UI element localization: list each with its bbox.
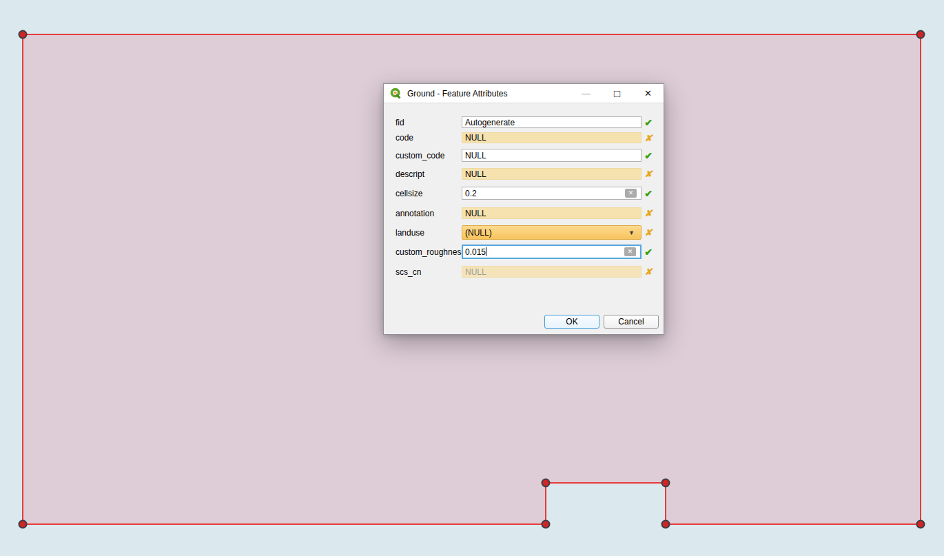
- cancel-button[interactable]: Cancel: [604, 315, 659, 329]
- constraint-invalid-icon: ✘: [642, 227, 655, 238]
- feature-attributes-dialog: Ground - Feature Attributes — □ ✕ fid Au…: [383, 83, 664, 335]
- vertex-marker: [662, 521, 670, 528]
- descript-input[interactable]: NULL: [462, 168, 642, 180]
- clear-text-icon[interactable]: ✕: [625, 189, 637, 198]
- ok-button[interactable]: OK: [544, 315, 599, 329]
- field-value: 0.015: [465, 247, 486, 257]
- text-cursor: [486, 247, 486, 256]
- vertex-marker: [662, 479, 670, 487]
- field-value: 0.2: [465, 189, 625, 198]
- form-row-custom-code: custom_code NULL ✔: [396, 149, 655, 162]
- qgis-logo-icon: [390, 87, 402, 99]
- field-label: annotation: [396, 209, 462, 218]
- constraint-invalid-icon: ✘: [642, 267, 655, 277]
- form-row-cellsize: cellsize 0.2 ✕ ✔: [396, 187, 655, 200]
- field-value: NULL: [465, 151, 639, 160]
- vertex-marker: [542, 479, 550, 487]
- code-input[interactable]: NULL: [462, 132, 642, 143]
- constraint-valid-icon: ✔: [642, 188, 655, 199]
- field-value: NULL: [465, 209, 639, 218]
- vertex-marker: [917, 521, 925, 528]
- constraint-invalid-icon: ✘: [642, 208, 655, 218]
- field-value: (NULL): [465, 228, 628, 238]
- form-row-annotation: annotation NULL ✘: [396, 207, 655, 219]
- field-label: landuse: [396, 228, 462, 238]
- vertex-marker: [917, 31, 925, 39]
- form-row-custom-roughness: custom_roughness 0.015 ✕ ✔: [396, 245, 655, 259]
- constraint-invalid-icon: ✘: [642, 169, 655, 179]
- fid-input[interactable]: Autogenerate: [462, 116, 642, 128]
- constraint-valid-icon: ✔: [642, 150, 655, 161]
- form-row-landuse: landuse (NULL) ▼ ✘: [396, 225, 655, 240]
- maximize-button[interactable]: □: [602, 84, 633, 103]
- field-label: cellsize: [396, 189, 462, 198]
- field-value: NULL: [465, 133, 639, 143]
- field-label: fid: [396, 118, 462, 127]
- dialog-title: Ground - Feature Attributes: [407, 89, 507, 98]
- vertex-marker: [542, 521, 550, 528]
- custom-code-input[interactable]: NULL: [462, 149, 642, 162]
- minimize-button[interactable]: —: [571, 84, 602, 103]
- field-label: descript: [396, 169, 462, 179]
- constraint-invalid-icon: ✘: [642, 133, 655, 143]
- custom-roughness-input[interactable]: 0.015 ✕: [462, 245, 642, 259]
- form-row-code: code NULL ✘: [396, 132, 655, 143]
- clear-text-icon[interactable]: ✕: [624, 247, 636, 256]
- form-row-scs-cn: scs_cn NULL ✘: [396, 266, 655, 278]
- field-label: code: [396, 133, 462, 143]
- form-row-descript: descript NULL ✘: [396, 168, 655, 180]
- constraint-valid-icon: ✔: [642, 247, 655, 258]
- field-label: custom_code: [396, 151, 462, 160]
- vertex-marker: [19, 521, 27, 528]
- field-value: NULL: [465, 267, 639, 277]
- field-label: custom_roughness: [396, 247, 462, 257]
- dialog-titlebar[interactable]: Ground - Feature Attributes — □ ✕: [384, 84, 664, 103]
- vertex-marker: [19, 31, 27, 39]
- canvas-edge-strip: [0, 556, 944, 560]
- field-value: NULL: [465, 169, 639, 179]
- close-button[interactable]: ✕: [633, 84, 664, 103]
- field-label: scs_cn: [396, 267, 462, 277]
- cellsize-input[interactable]: 0.2 ✕: [462, 187, 642, 200]
- form-row-fid: fid Autogenerate ✔: [396, 116, 655, 128]
- constraint-valid-icon: ✔: [642, 117, 655, 128]
- window-controls: — □ ✕: [571, 84, 664, 103]
- field-value: Autogenerate: [465, 118, 639, 127]
- scs-cn-input: NULL: [462, 266, 642, 278]
- chevron-down-icon: ▼: [628, 229, 635, 236]
- annotation-input[interactable]: NULL: [462, 207, 642, 219]
- landuse-dropdown[interactable]: (NULL) ▼: [462, 225, 642, 240]
